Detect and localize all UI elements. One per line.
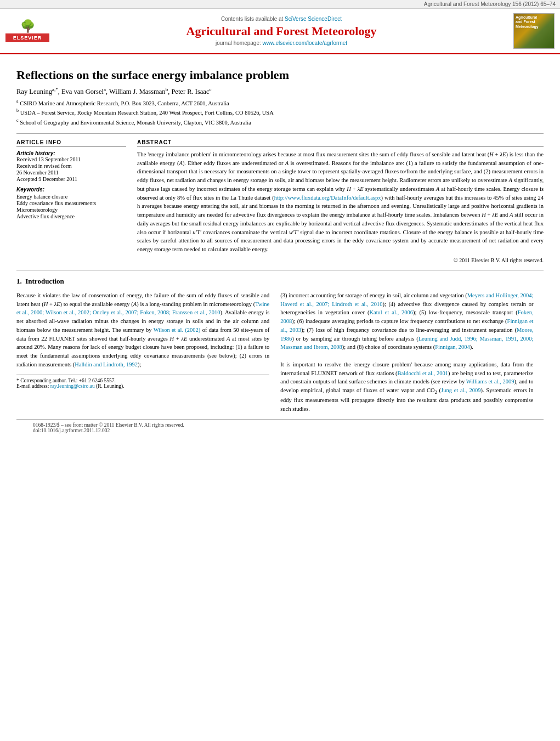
- revised-label: Received in revised form: [16, 163, 126, 169]
- intro-right-col: (3) incorrect accounting for storage of …: [280, 291, 533, 414]
- affiliation-a: a CSIRO Marine and Atmospheric Research,…: [16, 98, 544, 108]
- intro-left-col: Because it violates the law of conservat…: [16, 291, 269, 414]
- copyright-line: © 2011 Elsevier B.V. All rights reserved…: [137, 257, 544, 263]
- authors-line: Ray Leuninga,*, Eva van Gorsela, William…: [16, 87, 544, 96]
- affiliation-c: c School of Geography and Environmental …: [16, 117, 544, 127]
- article-info-abstract-section: ARTICLE INFO Article history: Received 1…: [16, 139, 544, 263]
- footer-bar: 0168-1923/$ – see front matter © 2011 El…: [16, 419, 544, 436]
- journal-title-block: Contents lists available at SciVerse Sci…: [55, 16, 508, 46]
- footnote-area: * Corresponding author. Tel.: +61 2 6246…: [16, 375, 269, 389]
- footnote-email-link[interactable]: ray.leuning@csiro.au: [50, 383, 95, 389]
- intro-two-col: Because it violates the law of conservat…: [16, 291, 544, 414]
- journal-header: 🌳 ELSEVIER Contents lists available at S…: [0, 9, 560, 54]
- high-text: high: [334, 327, 344, 333]
- history-label: Article history:: [16, 150, 126, 156]
- revised-date: 26 November 2011: [16, 169, 126, 176]
- keyword-1: Energy balance closure: [16, 194, 126, 200]
- journal-main-title: Agricultural and Forest Meteorology: [55, 24, 508, 38]
- accepted-date: Accepted 9 December 2011: [16, 176, 126, 182]
- received-date: Received 13 September 2011: [16, 156, 126, 162]
- article-title: Reflections on the surface energy imbala…: [16, 68, 544, 82]
- sciverse-link[interactable]: SciVerse ScienceDirect: [285, 16, 342, 22]
- journal-citation-bar: Agricultural and Forest Meteorology 156 …: [0, 0, 560, 9]
- footer-doi: doi:10.1016/j.agrformet.2011.12.002: [33, 428, 527, 433]
- affiliations-block: a CSIRO Marine and Atmospheric Research,…: [16, 98, 544, 127]
- elsevier-logo: 🌳 ELSEVIER: [5, 20, 49, 42]
- keyword-4: Advective flux divergence: [16, 213, 126, 219]
- journal-thumb-text: Agriculturaland ForestMeteorology: [516, 15, 539, 29]
- journal-citation-text: Agricultural and Forest Meteorology 156 …: [424, 1, 556, 7]
- elsevier-tree-icon: 🌳: [5, 20, 49, 32]
- keyword-3: Micrometeorology: [16, 207, 126, 213]
- main-content: Reflections on the surface energy imbala…: [0, 54, 560, 447]
- journal-homepage-link[interactable]: www.elsevier.com/locate/agrformet: [263, 40, 348, 46]
- abstract-heading: ABSTRACT: [137, 139, 544, 147]
- fluxdata-link[interactable]: http://www.fluxdata.org/DataInfo/default…: [274, 195, 381, 201]
- keywords-list: Energy balance closure Eddy covariance f…: [16, 194, 126, 219]
- intro-right-text: (3) incorrect accounting for storage of …: [280, 291, 533, 414]
- affiliation-b: b USDA – Forest Service, Rocky Mountain …: [16, 108, 544, 117]
- abstract-text: The 'energy imbalance problem' in microm…: [137, 150, 544, 254]
- article-info-heading: ARTICLE INFO: [16, 139, 126, 147]
- article-info-col: ARTICLE INFO Article history: Received 1…: [16, 139, 126, 263]
- divider-after-abstract: [16, 270, 544, 270]
- footer-issn: 0168-1923/$ – see front matter © 2011 El…: [33, 422, 527, 428]
- intro-left-text: Because it violates the law of conservat…: [16, 291, 269, 369]
- keyword-2: Eddy covariance flux measurements: [16, 200, 126, 206]
- footnote-star: * Corresponding author. Tel.: +61 2 6246…: [16, 378, 269, 383]
- footnote-email: E-mail address: ray.leuning@csiro.au (R.…: [16, 383, 269, 389]
- divider-after-affiliations: [16, 133, 544, 134]
- sciverse-line: Contents lists available at SciVerse Sci…: [55, 16, 508, 22]
- keywords-label: Keywords:: [16, 186, 126, 193]
- elsevier-label: ELSEVIER: [5, 33, 49, 42]
- abstract-col: ABSTRACT The 'energy imbalance problem' …: [137, 139, 544, 263]
- journal-homepage: journal homepage: www.elsevier.com/locat…: [55, 40, 508, 46]
- journal-cover-thumbnail: Agriculturaland ForestMeteorology: [513, 13, 555, 49]
- intro-section-title: 1. Introduction: [16, 277, 544, 286]
